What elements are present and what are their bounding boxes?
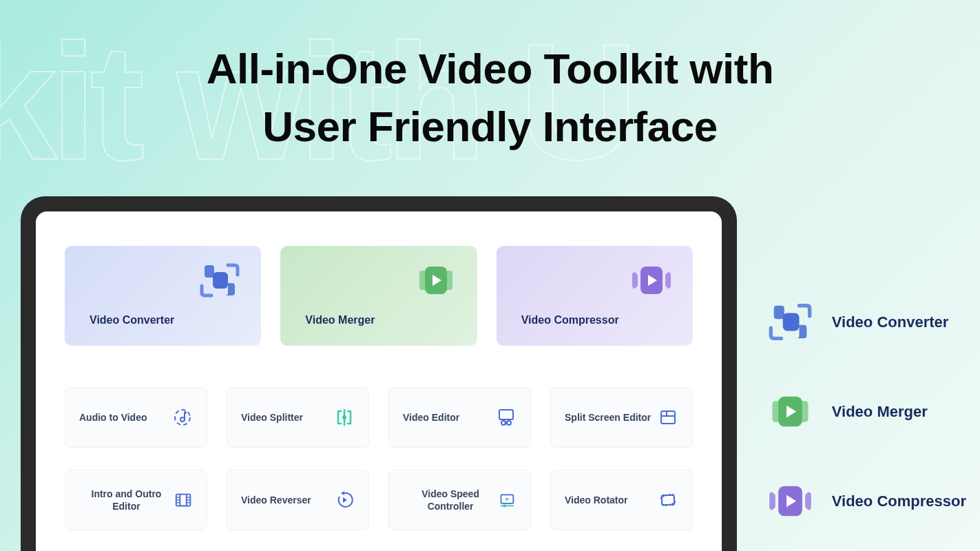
svg-rect-11 [499,410,513,419]
card-label: Intro and Outro Editor [79,488,174,512]
main-cards-row: Video Converter Video Merger Video Compr… [65,246,693,346]
svg-rect-0 [213,272,228,289]
card-label: Video Reverser [241,494,311,506]
card-label: Video Merger [305,314,375,326]
card-intro-outro-editor[interactable]: Intro and Outro Editor [65,470,207,530]
card-video-rotator[interactable]: Video Rotator [550,470,693,530]
card-label: Video Editor [403,411,459,424]
card-label: Video Compressor [521,314,619,326]
card-audio-to-video[interactable]: Audio to Video [65,387,207,448]
card-label: Audio to Video [79,411,147,424]
rotator-icon [658,490,678,510]
speed-icon [498,490,517,510]
card-video-converter[interactable]: Video Converter [65,246,261,346]
small-cards-grid: Audio to Video Video Splitter Video Edit… [65,387,693,530]
compressor-icon [631,260,672,301]
converter-icon [768,300,813,344]
splitter-icon [334,407,355,428]
intro-outro-icon [174,490,193,510]
side-label: Video Compressor [832,492,966,510]
tablet-frame: Video Converter Video Merger Video Compr… [21,196,737,551]
side-label: Video Merger [832,403,928,421]
merger-icon [415,260,457,301]
svg-point-10 [342,415,346,419]
card-label: Video Rotator [565,494,628,506]
audio-to-video-icon [172,407,193,428]
side-label: Video Converter [832,313,949,331]
editor-icon [496,407,517,428]
reverser-icon [334,490,355,510]
card-video-merger[interactable]: Video Merger [280,246,477,346]
card-video-editor[interactable]: Video Editor [388,387,531,448]
app-screen: Video Converter Video Merger Video Compr… [36,211,722,551]
merger-icon [768,389,813,434]
card-label: Video Speed Controller [403,488,498,512]
page-title: All-in-One Video Toolkit with User Frien… [0,0,980,155]
side-item-merger: Video Merger [768,389,966,434]
svg-point-8 [184,411,187,414]
card-split-screen-editor[interactable]: Split Screen Editor [550,387,693,448]
side-item-converter: Video Converter [768,300,966,344]
card-video-compressor[interactable]: Video Compressor [497,246,693,346]
card-video-speed-controller[interactable]: Video Speed Controller [388,470,531,530]
card-label: Video Splitter [241,411,303,424]
card-label: Split Screen Editor [565,411,651,424]
card-label: Video Converter [90,314,174,326]
side-feature-list: Video Converter Video Merger Video Compr… [768,300,966,523]
svg-rect-30 [503,504,506,507]
compressor-icon [768,479,813,523]
side-item-compressor: Video Compressor [768,479,966,523]
svg-rect-16 [661,411,675,424]
converter-icon [199,260,240,301]
card-video-reverser[interactable]: Video Reverser [227,470,369,530]
svg-rect-33 [782,313,799,331]
split-screen-icon [658,407,678,428]
card-video-splitter[interactable]: Video Splitter [227,387,369,448]
